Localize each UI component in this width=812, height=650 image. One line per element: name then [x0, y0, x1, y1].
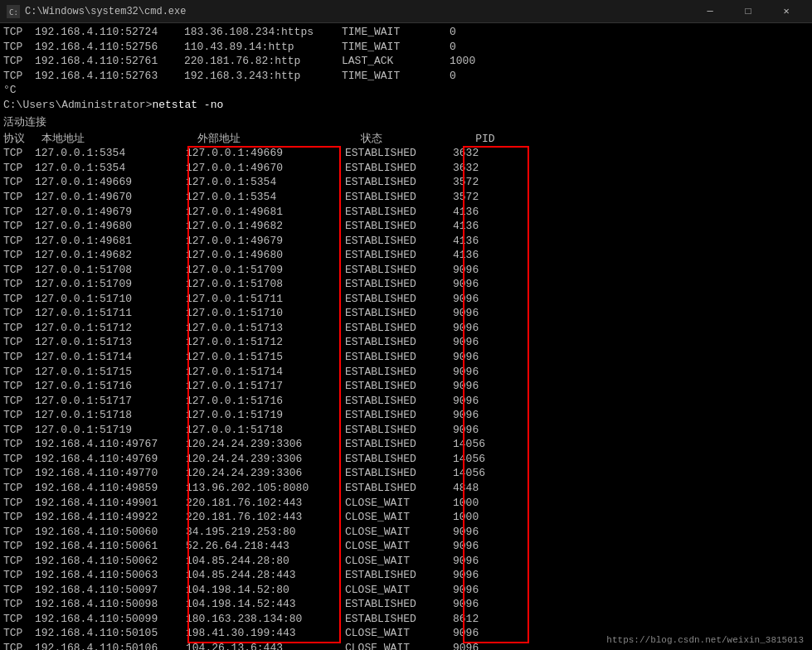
- row-foreign: 127.0.0.1:49680: [186, 248, 345, 263]
- row-state: CLOSE_WAIT: [345, 539, 453, 554]
- top-row: TCP 192.168.4.110:52761 220.181.76.82:ht…: [3, 54, 809, 69]
- table-rows: TCP 127.0.0.1:5354 127.0.0.1:49669 ESTAB…: [3, 146, 809, 650]
- row-local: 192.168.4.110:50105: [35, 626, 186, 641]
- row-state: TIME_WAIT: [342, 25, 450, 40]
- row-foreign: 104.85.244.28:443: [186, 568, 345, 583]
- row-state: ESTABLISHED: [345, 190, 453, 205]
- row-state: ESTABLISHED: [345, 292, 453, 307]
- row-proto: TCP: [3, 452, 35, 467]
- table-row: TCP 192.168.4.110:49769 120.24.24.239:33…: [3, 452, 809, 467]
- row-pid: 9096: [453, 525, 503, 540]
- row-pid: 9096: [453, 408, 503, 423]
- row-local: 127.0.0.1:49669: [35, 175, 186, 190]
- row-proto: TCP: [3, 175, 35, 190]
- row-pid: 3632: [453, 161, 503, 176]
- table-row: TCP 127.0.0.1:51715 127.0.0.1:51714 ESTA…: [3, 365, 809, 380]
- row-pid: 1000: [453, 496, 503, 511]
- prompt-line: C:\Users\Administrator>netstat -no: [3, 98, 809, 113]
- window-title: C:\Windows\system32\cmd.exe: [25, 6, 186, 17]
- row-local: 127.0.0.1:51710: [35, 292, 186, 307]
- row-proto: TCP: [3, 481, 35, 496]
- row-pid: 9096: [453, 641, 503, 650]
- row-local: 192.168.4.110:49922: [35, 510, 186, 525]
- row-pid: 3572: [453, 175, 503, 190]
- row-proto: TCP: [3, 597, 35, 612]
- row-foreign: 127.0.0.1:51708: [186, 277, 345, 292]
- row-pid: 9096: [453, 583, 503, 598]
- row-local: 192.168.4.110:50097: [35, 583, 186, 598]
- row-pid: 9096: [453, 365, 503, 380]
- header-pid: PID: [475, 132, 525, 147]
- top-row: TCP 192.168.4.110:52724 183.36.108.234:h…: [3, 25, 809, 40]
- table-row: TCP 127.0.0.1:51716 127.0.0.1:51717 ESTA…: [3, 379, 809, 394]
- row-local: 192.168.4.110:50061: [35, 539, 186, 554]
- row-state: LAST_ACK: [342, 54, 450, 69]
- row-pid: 1000: [450, 54, 499, 69]
- row-pid: 9096: [453, 626, 503, 641]
- row-proto: TCP: [3, 525, 35, 540]
- table-row: TCP 192.168.4.110:49901 220.181.76.102:4…: [3, 496, 809, 511]
- table-row: TCP 192.168.4.110:50098 104.198.14.52:44…: [3, 597, 809, 612]
- row-foreign: 220.181.76.82:http: [184, 54, 342, 69]
- row-foreign: 113.96.202.105:8080: [186, 481, 345, 496]
- table-row: TCP 127.0.0.1:5354 127.0.0.1:49669 ESTAB…: [3, 146, 809, 161]
- row-pid: 9096: [453, 292, 503, 307]
- row-local: 192.168.4.110:50060: [35, 525, 186, 540]
- row-proto: TCP: [3, 554, 35, 569]
- row-state: ESTABLISHED: [345, 612, 453, 627]
- row-foreign: 127.0.0.1:51712: [186, 335, 345, 350]
- row-pid: 14056: [453, 437, 503, 452]
- table-row: TCP 127.0.0.1:51713 127.0.0.1:51712 ESTA…: [3, 335, 809, 350]
- table-row: TCP 127.0.0.1:51711 127.0.0.1:51710 ESTA…: [3, 306, 809, 321]
- row-proto: TCP: [3, 219, 35, 234]
- row-foreign: 220.181.76.102:443: [186, 496, 345, 511]
- row-state: CLOSE_WAIT: [345, 510, 453, 525]
- row-state: ESTABLISHED: [345, 161, 453, 176]
- row-proto: TCP: [3, 350, 35, 365]
- header-foreign: 外部地址: [197, 132, 355, 147]
- row-pid: 9096: [453, 423, 503, 438]
- row-state: ESTABLISHED: [345, 263, 453, 278]
- row-proto: TCP: [3, 25, 35, 40]
- row-foreign: 127.0.0.1:49679: [186, 234, 345, 249]
- row-foreign: 52.26.64.218:443: [186, 539, 345, 554]
- row-state: ESTABLISHED: [345, 175, 453, 190]
- table-row: TCP 127.0.0.1:49681 127.0.0.1:49679 ESTA…: [3, 234, 809, 249]
- row-local: 127.0.0.1:51718: [35, 408, 186, 423]
- row-state: ESTABLISHED: [345, 205, 453, 220]
- table-row: TCP 127.0.0.1:51710 127.0.0.1:51711 ESTA…: [3, 292, 809, 307]
- row-proto: TCP: [3, 190, 35, 205]
- top-rows-section: TCP 192.168.4.110:52724 183.36.108.234:h…: [3, 25, 809, 98]
- row-local: 192.168.4.110:52756: [35, 40, 184, 55]
- row-proto: TCP: [3, 423, 35, 438]
- header-state: 状态: [361, 132, 469, 147]
- minimize-button[interactable]: ─: [691, 0, 729, 23]
- close-button[interactable]: ✕: [767, 0, 805, 23]
- row-local: 192.168.4.110:52763: [35, 69, 184, 84]
- row-pid: 0: [450, 40, 499, 55]
- row-state: CLOSE_WAIT: [345, 583, 453, 598]
- row-foreign: 34.195.219.253:80: [186, 525, 345, 540]
- row-local: 127.0.0.1:51717: [35, 394, 186, 409]
- row-state: ESTABLISHED: [345, 437, 453, 452]
- row-pid: 4136: [453, 219, 503, 234]
- row-foreign: 104.198.14.52:80: [186, 583, 345, 598]
- svg-text:C:: C:: [9, 8, 18, 17]
- row-proto: TCP: [3, 626, 35, 641]
- row-foreign: 120.24.24.239:3306: [186, 466, 345, 481]
- table-row: TCP 127.0.0.1:49669 127.0.0.1:5354 ESTAB…: [3, 175, 809, 190]
- row-foreign: 180.163.238.134:80: [186, 612, 345, 627]
- row-proto: TCP: [3, 306, 35, 321]
- row-pid: 9096: [453, 597, 503, 612]
- row-local: 127.0.0.1:49680: [35, 219, 186, 234]
- row-state: TIME_WAIT: [342, 69, 450, 84]
- row-foreign: 127.0.0.1:49681: [186, 205, 345, 220]
- row-pid: 0: [450, 69, 499, 84]
- row-local: 192.168.4.110:52761: [35, 54, 184, 69]
- table-row: TCP 192.168.4.110:50063 104.85.244.28:44…: [3, 568, 809, 583]
- terminal-content: TCP 192.168.4.110:52724 183.36.108.234:h…: [0, 23, 812, 650]
- table-row: TCP 127.0.0.1:5354 127.0.0.1:49670 ESTAB…: [3, 161, 809, 176]
- row-proto: TCP: [3, 292, 35, 307]
- prompt-text: C:\Users\Administrator>: [3, 99, 152, 111]
- maximize-button[interactable]: □: [729, 0, 767, 23]
